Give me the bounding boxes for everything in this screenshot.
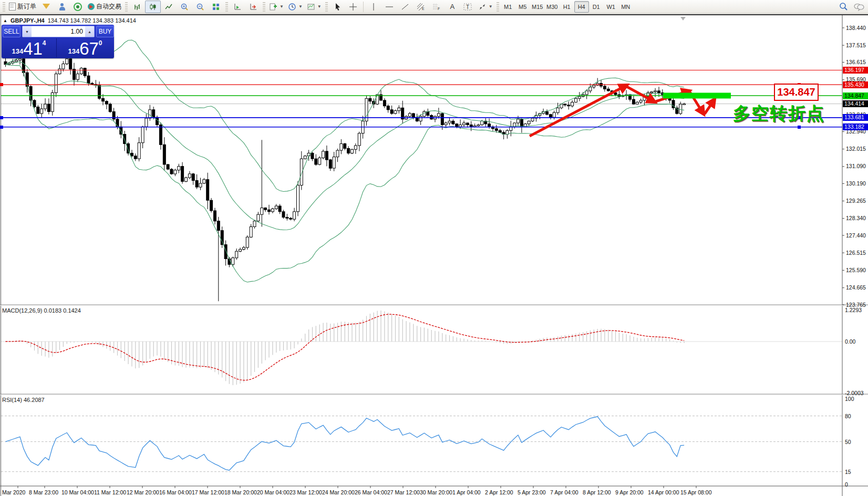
auto-trading-button[interactable]: 自动交易 (86, 1, 123, 13)
sell-price-display[interactable]: 134414 (2, 38, 57, 57)
fibonacci-icon: E (416, 3, 425, 11)
chevron-down-icon: ▼ (489, 4, 493, 9)
grid-tool-button[interactable]: F (429, 1, 445, 13)
market-watch-button[interactable] (54, 1, 70, 13)
line-handle-right[interactable] (798, 126, 801, 129)
fibonacci-tool-button[interactable]: E (413, 1, 429, 13)
buy-price-big: 67 (79, 40, 99, 57)
time-axis-label: 11 Mar 12:00 (94, 489, 126, 495)
vertical-line-tool-button[interactable] (366, 1, 381, 13)
price-axis-tick: 131.090 (846, 163, 866, 169)
new-order-icon (9, 3, 16, 11)
chevron-down-icon: ▼ (317, 4, 322, 9)
period-button[interactable]: ▼ (286, 1, 305, 13)
bollinger-upper-band (6, 38, 685, 191)
svg-text:E: E (422, 7, 425, 11)
search-button[interactable] (835, 1, 851, 13)
cursor-tool-button[interactable] (329, 1, 345, 13)
line-chart-button[interactable] (161, 1, 177, 13)
zoom-in-button[interactable] (177, 1, 192, 13)
chart-shift-button[interactable] (245, 1, 261, 13)
volume-decrease-button[interactable]: ▼ (23, 26, 32, 37)
timeframe-m1[interactable]: M1 (501, 1, 515, 13)
time-axis-label: Mar 2020 (2, 489, 25, 495)
rsi-value: 46.2087 (24, 397, 45, 403)
signals-button[interactable] (70, 1, 86, 13)
trend-arrow-0[interactable] (530, 85, 627, 136)
buy-button[interactable]: BUY (96, 26, 114, 37)
line-handle-left[interactable] (0, 126, 3, 129)
chart-shift-marker[interactable] (680, 17, 686, 20)
new-order-button[interactable]: 新订单 (7, 1, 38, 13)
bar-chart-button[interactable] (129, 1, 145, 13)
crosshair-tool-button[interactable] (345, 1, 361, 13)
candlestick-chart-button[interactable] (145, 1, 161, 13)
trendline-tool-button[interactable] (397, 1, 413, 13)
time-axis-label: 1 Apr 04:00 (452, 489, 481, 495)
timeframe-h1[interactable]: H1 (560, 1, 574, 13)
auto-scroll-button[interactable] (230, 1, 245, 13)
timeframe-d1[interactable]: D1 (589, 1, 604, 13)
volume-box: ▼ ▲ (22, 26, 95, 37)
indicator-list-button[interactable] (38, 1, 54, 13)
volume-increase-button[interactable]: ▲ (85, 26, 94, 37)
time-axis-label: 5 Apr 23:00 (518, 489, 546, 495)
time-axis-label: 15 Apr 08:00 (680, 489, 712, 495)
price-callout-text: 134.847 (777, 86, 815, 98)
time-axis-label: 16 Mar 04:00 (159, 489, 192, 495)
chart-window[interactable]: ▲ GBPJPY-,H4 134.743 134.782 134.383 134… (0, 14, 868, 496)
zoom-out-button[interactable] (192, 1, 208, 13)
timeframe-m30[interactable]: M30 (545, 1, 560, 13)
time-axis-label: 18 Mar 20:00 (224, 489, 257, 495)
macd-axis-tick: 0.00 (845, 338, 855, 345)
collapse-triangle-icon[interactable]: ▲ (3, 18, 7, 23)
price-callout-box[interactable]: 134.847 (774, 84, 819, 101)
rsi-axis-tick: 0 (845, 481, 848, 488)
time-axis-label: 8 Apr 12:00 (583, 489, 611, 495)
turning-point-text[interactable]: 多空转折点 (733, 102, 825, 126)
toolbar-grip (125, 2, 128, 12)
sell-button[interactable]: SELL (3, 26, 20, 37)
line-handle-left[interactable] (0, 83, 3, 86)
price-axis-tick: 137.515 (846, 42, 866, 48)
chevron-down-icon: ▼ (280, 4, 284, 9)
price-tag-133.182: 133.182 (843, 123, 868, 130)
text-tool-button[interactable]: A (445, 1, 460, 13)
rsi-label: RSI(14) 46.2087 (2, 397, 45, 403)
rsi-pane (1, 416, 842, 472)
line-handle-left[interactable] (0, 116, 3, 119)
price-tag-133.681: 133.681 (843, 114, 868, 121)
auto-scroll-icon (233, 3, 242, 11)
zoom-out-icon (196, 3, 204, 11)
grid-icon: F (432, 3, 441, 11)
buy-price-sup: 0 (99, 39, 102, 47)
chat-button[interactable] (851, 1, 867, 13)
trend-arrow-4[interactable] (705, 99, 715, 114)
chat-bubbles-icon (854, 3, 864, 11)
price-axis-tick: 124.665 (846, 284, 866, 291)
highlight-price-bar[interactable] (663, 93, 731, 99)
trendline-icon (401, 3, 409, 11)
timeframe-mn[interactable]: MN (618, 1, 633, 13)
macd-pane (1, 311, 842, 385)
horizontal-line-tool-button[interactable] (381, 1, 397, 13)
tile-windows-button[interactable] (208, 1, 224, 13)
chart-canvas[interactable] (0, 15, 868, 496)
timeframe-m15[interactable]: M15 (530, 1, 545, 13)
buy-price-prefix: 134 (68, 47, 79, 57)
timeframe-h4[interactable]: H4 (574, 1, 589, 13)
shapes-tool-button[interactable]: ▼ (476, 1, 495, 13)
buy-price-display[interactable]: 134670 (57, 38, 113, 57)
volume-input[interactable] (32, 26, 85, 37)
template-button[interactable]: ▼ (305, 1, 324, 13)
text-label-tool-button[interactable]: T (460, 1, 476, 13)
indicators-button[interactable]: ▼ (267, 1, 286, 13)
price-axis-tick: 128.340 (846, 215, 866, 221)
rsi-axis-tick: 15 (845, 469, 851, 475)
timeframe-w1[interactable]: W1 (604, 1, 618, 13)
timeframe-m5[interactable]: M5 (515, 1, 530, 13)
indicators-icon (269, 3, 277, 11)
price-axis-tick: 127.440 (846, 232, 866, 239)
price-axis-tick: 126.515 (846, 250, 866, 256)
svg-text:T: T (466, 4, 469, 10)
